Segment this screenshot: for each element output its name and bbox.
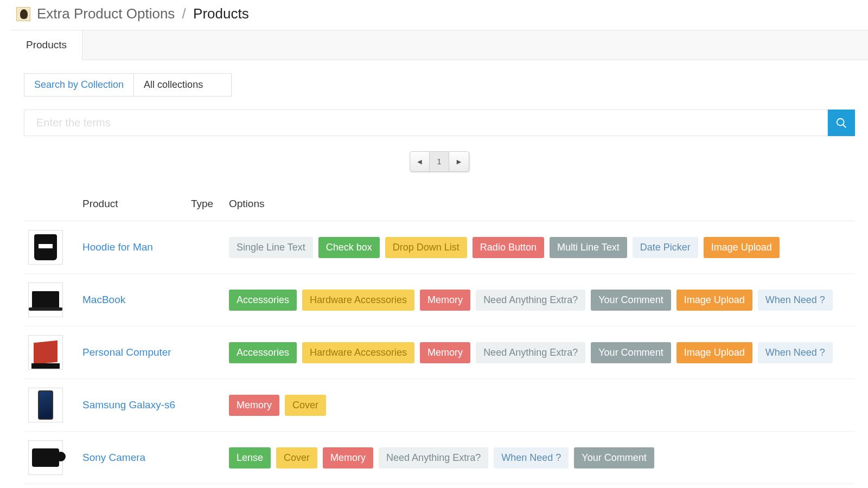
- option-badge[interactable]: Your Comment: [591, 290, 671, 311]
- option-badge[interactable]: Check box: [318, 237, 380, 258]
- column-header-options: Options: [225, 194, 855, 221]
- option-badge[interactable]: Your Comment: [591, 342, 671, 363]
- option-badges: AccessoriesHardware AccessoriesMemoryNee…: [229, 342, 851, 363]
- product-link[interactable]: Sony Camera: [82, 452, 145, 463]
- option-badge[interactable]: When Need ?: [494, 447, 569, 468]
- product-thumbnail: [28, 282, 63, 317]
- svg-line-1: [843, 124, 846, 127]
- option-badge[interactable]: Drop Down List: [385, 237, 467, 258]
- product-type-cell: [187, 379, 225, 432]
- product-link[interactable]: MacBook: [82, 294, 125, 305]
- option-badge[interactable]: Accessories: [229, 290, 297, 311]
- app-logo-icon: [16, 7, 30, 21]
- product-type-cell: [187, 274, 225, 326]
- breadcrumb-header: Extra Product Options / Products: [11, 0, 868, 30]
- breadcrumb-root[interactable]: Extra Product Options: [37, 5, 175, 22]
- option-badge[interactable]: Memory: [420, 342, 470, 363]
- option-badge[interactable]: Image Upload: [704, 237, 780, 258]
- option-badge[interactable]: Multi Line Text: [550, 237, 627, 258]
- hoodie-icon: [34, 234, 57, 260]
- search-icon: [835, 117, 847, 129]
- breadcrumb: Extra Product Options / Products: [37, 5, 249, 22]
- pager-page-number: 1: [430, 152, 449, 171]
- phone-icon: [38, 390, 53, 420]
- product-type-cell: [187, 326, 225, 379]
- breadcrumb-separator: /: [182, 5, 186, 22]
- option-badges: AccessoriesHardware AccessoriesMemoryNee…: [229, 290, 851, 311]
- column-header-product: Product: [78, 194, 187, 221]
- collection-select[interactable]: All collections: [134, 73, 232, 97]
- search-input[interactable]: [24, 110, 828, 136]
- option-badge[interactable]: When Need ?: [758, 342, 833, 363]
- product-thumbnail: [28, 230, 63, 265]
- option-badge[interactable]: Image Upload: [676, 290, 752, 311]
- product-type-cell: [187, 432, 225, 484]
- products-table: Product Type Options Hoodie for ManSingl…: [24, 194, 855, 484]
- option-badges: MemoryCover: [229, 395, 851, 416]
- table-row: Personal ComputerAccessoriesHardware Acc…: [24, 326, 855, 379]
- search-row: [24, 110, 855, 136]
- option-badge[interactable]: Memory: [420, 290, 470, 311]
- search-by-collection-button[interactable]: Search by Collection: [24, 73, 134, 97]
- option-badge[interactable]: Accessories: [229, 342, 297, 363]
- option-badge[interactable]: Hardware Accessories: [302, 290, 414, 311]
- option-badge[interactable]: Date Picker: [633, 237, 698, 258]
- option-badge[interactable]: Memory: [229, 395, 279, 416]
- product-type-cell: [187, 221, 225, 274]
- product-thumbnail: [28, 440, 63, 475]
- option-badge[interactable]: Radio Button: [473, 237, 544, 258]
- option-badge[interactable]: Image Upload: [676, 342, 752, 363]
- option-badge[interactable]: Hardware Accessories: [302, 342, 414, 363]
- product-link[interactable]: Samsung Galaxy-s6: [82, 399, 175, 410]
- product-link[interactable]: Hoodie for Man: [82, 241, 153, 253]
- option-badge[interactable]: Cover: [285, 395, 326, 416]
- option-badge[interactable]: Your Comment: [574, 447, 654, 468]
- table-row: Sony CameraLenseCoverMemoryNeed Anything…: [24, 432, 855, 484]
- option-badge[interactable]: Cover: [276, 447, 317, 468]
- table-row: Hoodie for ManSingle Line TextCheck boxD…: [24, 221, 855, 274]
- column-header-image: [24, 194, 78, 221]
- search-button[interactable]: [828, 110, 855, 136]
- option-badge[interactable]: Need Anything Extra?: [379, 447, 488, 468]
- tabs-bar: Products: [11, 30, 868, 60]
- option-badges: Single Line TextCheck boxDrop Down ListR…: [229, 237, 851, 258]
- camera-icon: [32, 448, 59, 467]
- collection-filter-row: Search by Collection All collections: [24, 73, 855, 97]
- product-thumbnail: [28, 388, 63, 422]
- pc-icon: [34, 341, 58, 365]
- option-badge[interactable]: Need Anything Extra?: [476, 342, 585, 363]
- option-badge[interactable]: Need Anything Extra?: [476, 290, 585, 311]
- table-row: MacBookAccessoriesHardware AccessoriesMe…: [24, 274, 855, 326]
- column-header-type: Type: [187, 194, 225, 221]
- option-badge[interactable]: Memory: [323, 447, 373, 468]
- option-badge[interactable]: When Need ?: [758, 290, 833, 311]
- option-badge[interactable]: Lense: [229, 447, 271, 468]
- svg-point-0: [837, 118, 844, 125]
- breadcrumb-current: Products: [193, 5, 249, 22]
- laptop-icon: [32, 291, 59, 309]
- option-badge[interactable]: Single Line Text: [229, 237, 313, 258]
- pager-next-button[interactable]: ►: [449, 152, 469, 171]
- pager: ◄ 1 ►: [24, 151, 855, 172]
- product-thumbnail: [28, 335, 63, 370]
- table-row: Samsung Galaxy-s6MemoryCover: [24, 379, 855, 432]
- tab-products[interactable]: Products: [11, 30, 82, 60]
- pager-prev-button[interactable]: ◄: [410, 152, 430, 171]
- option-badges: LenseCoverMemoryNeed Anything Extra?When…: [229, 447, 851, 468]
- product-link[interactable]: Personal Computer: [82, 346, 171, 358]
